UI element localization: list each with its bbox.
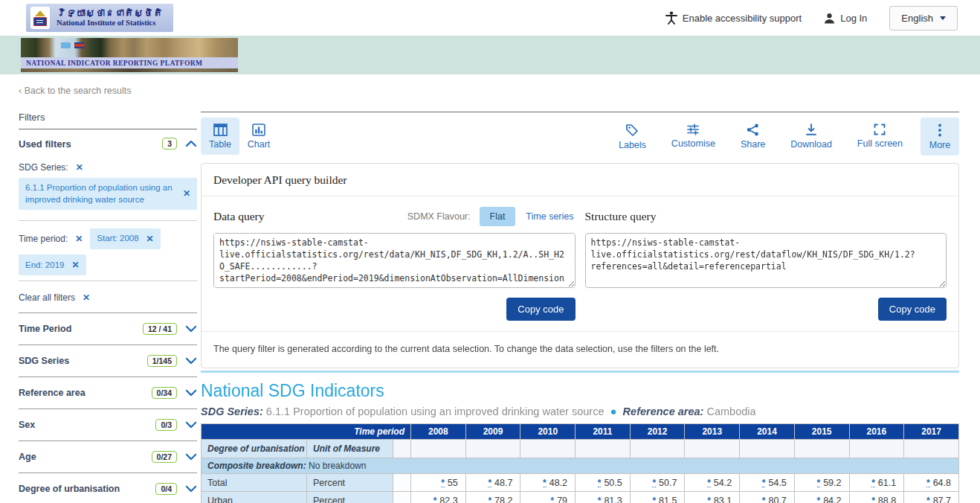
value-cell: *81.3 xyxy=(576,492,631,503)
footnote-asterisk-icon[interactable]: * xyxy=(707,497,711,503)
degree-of-urbanisation-header: Degree of urbanisation xyxy=(202,440,307,458)
used-filters-header[interactable]: Used filters 3 xyxy=(19,129,197,157)
selection-summary: SDG Series: 6.1.1 Proportion of populati… xyxy=(201,405,959,417)
remove-chip-icon[interactable]: ✕ xyxy=(146,233,154,245)
composite-breakdown-label: Composite breakdown: xyxy=(207,461,306,471)
value-cell: *83.1 xyxy=(685,492,740,503)
remove-time-period-filter-icon[interactable]: ✕ xyxy=(75,234,83,244)
value-cell: *84.2 xyxy=(794,492,849,503)
footnote-asterisk-icon[interactable]: * xyxy=(488,497,491,503)
login-label: Log In xyxy=(840,13,867,24)
login-button[interactable]: Log In xyxy=(824,13,867,24)
download-button[interactable]: Download xyxy=(783,118,839,156)
sidebar-filter-sdg-series[interactable]: SDG Series1/145 xyxy=(19,345,197,377)
back-to-search-link[interactable]: ‹ Back to the search results xyxy=(19,86,131,96)
sidebar-filter-reference-area[interactable]: Reference area0/34 xyxy=(19,377,197,409)
footnote-asterisk-icon[interactable]: * xyxy=(551,497,555,503)
more-icon xyxy=(938,124,942,137)
footnote-asterisk-icon[interactable]: * xyxy=(871,479,875,488)
footnote-asterisk-icon[interactable]: * xyxy=(598,479,602,488)
flavour-flat-option[interactable]: Flat xyxy=(480,207,516,226)
clear-all-filters[interactable]: Clear all filters ✕ xyxy=(19,283,197,313)
customise-label: Customise xyxy=(671,138,715,149)
copy-data-query-button[interactable]: Copy code xyxy=(506,298,575,321)
tab-chart-label: Chart xyxy=(248,139,271,150)
value-cell: *54.2 xyxy=(685,474,740,492)
footnote-asterisk-icon[interactable]: * xyxy=(598,497,602,503)
footnote-asterisk-icon[interactable]: * xyxy=(762,479,766,488)
accessibility-toggle[interactable]: Enable accessibility support xyxy=(665,11,802,25)
banner-photo-strip xyxy=(21,38,238,57)
filter-count-badge: 1/145 xyxy=(147,355,177,367)
api-panel-title: Developer API query builder xyxy=(213,173,947,187)
cell-value: 81.5 xyxy=(659,496,677,503)
sidebar-filter-age[interactable]: Age0/27 xyxy=(19,441,197,473)
time-period-filter-label: Time period: xyxy=(19,234,68,244)
footnote-asterisk-icon[interactable]: * xyxy=(926,497,930,503)
more-button[interactable]: More xyxy=(921,118,959,156)
footnote-asterisk-icon[interactable]: * xyxy=(441,479,445,488)
sidebar-filter-sex[interactable]: Sex0/3 xyxy=(19,409,197,441)
copy-structure-query-button[interactable]: Copy code xyxy=(878,298,947,321)
unit-of-measure-header: Unit of Measure xyxy=(307,440,393,458)
cell-value: 87.7 xyxy=(933,496,951,503)
footnote-asterisk-icon[interactable]: * xyxy=(488,479,491,488)
share-button[interactable]: Share xyxy=(733,118,773,156)
labels-label: Labels xyxy=(619,140,646,150)
customise-button[interactable]: Customise xyxy=(664,118,723,156)
cell-value: 50.5 xyxy=(604,478,622,488)
footnote-asterisk-icon[interactable]: * xyxy=(817,497,821,503)
chart-icon xyxy=(252,124,265,136)
footnote-asterisk-icon[interactable]: * xyxy=(871,497,875,503)
data-query-label: Data query xyxy=(213,210,264,223)
view-toolbar: Table Chart Labels xyxy=(201,112,959,163)
footnote-asterisk-icon[interactable]: * xyxy=(652,497,656,503)
labels-button[interactable]: Labels xyxy=(611,118,654,156)
table-icon xyxy=(213,124,228,136)
filter-count-badge: 0/4 xyxy=(155,483,177,495)
data-query-textarea[interactable] xyxy=(213,233,576,288)
row-unit: Percent xyxy=(307,474,393,492)
cell-value: 48.7 xyxy=(494,478,512,488)
structure-query-textarea[interactable] xyxy=(585,233,947,288)
empty-cell xyxy=(740,440,795,458)
tab-table[interactable]: Table xyxy=(201,118,239,155)
footnote-asterisk-icon[interactable]: * xyxy=(762,497,766,503)
empty-cell xyxy=(576,440,631,458)
separator-dot: ● xyxy=(607,405,620,417)
tag-icon xyxy=(625,124,639,137)
download-icon xyxy=(805,124,817,136)
flavour-time-series-option[interactable]: Time series xyxy=(524,207,575,226)
chevron-down-icon xyxy=(185,389,197,397)
cell-value: 79 xyxy=(557,496,567,503)
footnote-asterisk-icon[interactable]: * xyxy=(926,479,930,488)
cell-value: 61.1 xyxy=(878,478,896,488)
remove-chip-icon[interactable]: ✕ xyxy=(71,259,79,271)
cell-value: 59.2 xyxy=(823,478,841,488)
remove-sdg-series-filter-icon[interactable]: ✕ xyxy=(76,162,83,173)
fullscreen-button[interactable]: Full screen xyxy=(850,118,910,156)
start-period-chip[interactable]: Start: 2008 ✕ xyxy=(90,228,160,249)
cell-value: 84.2 xyxy=(823,496,841,503)
sidebar-filter-degree-of-urbanisation[interactable]: Degree of urbanisation0/4 xyxy=(19,473,197,503)
footnote-asterisk-icon[interactable]: * xyxy=(433,497,437,503)
tab-table-label: Table xyxy=(209,139,231,150)
filter-count-badge: 0/27 xyxy=(152,451,177,463)
value-cell: *55 xyxy=(411,474,466,492)
cell-value: 78.2 xyxy=(494,496,512,503)
sdg-series-chip[interactable]: 6.1.1 Proportion of population using an … xyxy=(19,178,197,210)
footnote-asterisk-icon[interactable]: * xyxy=(543,479,547,488)
footnote-asterisk-icon[interactable]: * xyxy=(817,479,821,488)
empty-cell xyxy=(520,440,576,458)
banner-title: NATIONAL INDICATOR REPORTING PLATFORM xyxy=(26,60,202,67)
end-period-chip[interactable]: End: 2019 ✕ xyxy=(19,254,86,275)
sidebar-filter-time-period[interactable]: Time Period12 / 41 xyxy=(19,313,197,345)
remove-chip-icon[interactable]: ✕ xyxy=(183,188,190,199)
language-selector[interactable]: English xyxy=(889,6,958,31)
footnote-asterisk-icon[interactable]: * xyxy=(707,479,711,488)
filter-label: SDG Series xyxy=(19,356,147,366)
tab-chart[interactable]: Chart xyxy=(239,118,278,155)
footnote-asterisk-icon[interactable]: * xyxy=(652,479,656,488)
end-period-chip-label: End: 2019 xyxy=(25,260,64,272)
structure-query-label: Structure query xyxy=(585,210,657,223)
